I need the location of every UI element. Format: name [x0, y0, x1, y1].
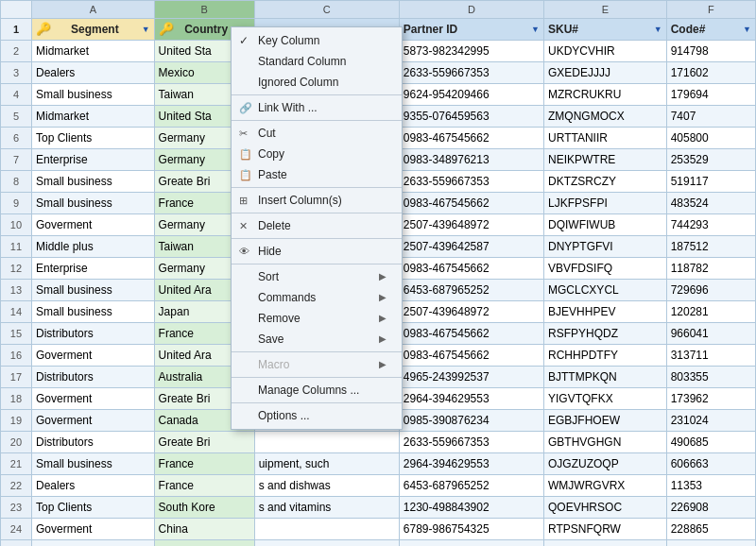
partner-id-cell: 9355-076459563 — [399, 106, 543, 128]
sku-cell: RTPSNFQRW — [544, 519, 667, 540]
menu-item-label: Ignored Column — [258, 76, 338, 89]
product-cell — [254, 432, 399, 453]
product-cell: s and vitamins — [254, 497, 399, 519]
row-number: 6 — [1, 128, 32, 149]
spreadsheet: A B C D E F 1 🔑 Segment ▼ — [0, 0, 756, 546]
code-cell: 483524 — [666, 193, 755, 214]
col-f-letter[interactable]: F — [666, 1, 755, 19]
table-row: 25 Distributors Italy s and vitamins 296… — [1, 540, 756, 547]
row-number: 25 — [1, 540, 32, 547]
submenu-arrow-icon: ▶ — [379, 333, 387, 346]
sku-cell: BJTTMPKQN — [544, 367, 667, 388]
sku-cell: YIGVTQFKX — [544, 388, 667, 410]
partner-id-header[interactable]: Partner ID ▼ — [399, 19, 543, 41]
submenu-arrow-icon: ▶ — [379, 312, 387, 325]
country-cell: Italy — [154, 540, 254, 547]
menu-item-sort[interactable]: Sort▶ — [232, 266, 402, 287]
segment-cell: Goverment — [31, 388, 154, 410]
col-c-letter[interactable]: C — [254, 1, 399, 19]
menu-item-copy[interactable]: 📋Copy — [232, 144, 402, 164]
table-row: 22 Dealers France s and dishwas 6453-687… — [1, 475, 756, 497]
col-d-letter[interactable]: D — [399, 1, 543, 19]
menu-item-label: Hide — [258, 245, 282, 258]
col-e-letter[interactable]: E — [544, 1, 667, 19]
filter-icon-a[interactable]: ▼ — [142, 20, 150, 39]
menu-item-ignored-column[interactable]: Ignored Column — [232, 72, 402, 93]
row-number: 8 — [1, 171, 32, 193]
menu-item-insert-columns[interactable]: ⊞Insert Column(s) — [232, 190, 402, 211]
code-header[interactable]: Code# ▼ — [666, 19, 755, 41]
menu-separator — [232, 377, 402, 378]
segment-cell: Small business — [31, 193, 154, 214]
segment-cell: Distributors — [31, 540, 154, 547]
partner-id-cell: 2964-394629553 — [399, 540, 543, 547]
menu-item-label: Macro — [258, 358, 289, 371]
row-number: 24 — [1, 519, 32, 540]
segment-header[interactable]: 🔑 Segment ▼ — [31, 19, 154, 41]
code-cell: 490685 — [666, 432, 755, 453]
row-number: 23 — [1, 497, 32, 519]
filter-icon-f[interactable]: ▼ — [743, 20, 751, 39]
menu-item-label: Sort — [258, 270, 279, 283]
row-number: 9 — [1, 193, 32, 214]
sku-cell: DQIWFIWUB — [544, 214, 667, 236]
segment-label: Segment — [71, 20, 119, 39]
menu-item-options[interactable]: Options ... — [232, 405, 402, 426]
partner-id-cell: 1230-498843902 — [399, 497, 543, 519]
partner-id-cell: 6453-687965252 — [399, 280, 543, 301]
sku-cell: MGCLCXYCL — [544, 280, 667, 301]
key-icon-a: 🔑 — [36, 20, 51, 39]
row-number: 4 — [1, 84, 32, 106]
row-number: 11 — [1, 236, 32, 258]
partner-id-cell: 2633-559667353 — [399, 62, 543, 84]
menu-item-standard-column[interactable]: Standard Column — [232, 51, 402, 72]
menu-item-link-with[interactable]: 🔗Link With ... — [232, 97, 402, 118]
row-number: 20 — [1, 432, 32, 453]
filter-icon-d[interactable]: ▼ — [531, 20, 540, 39]
sku-cell: ZMQNGMOCX — [544, 106, 667, 128]
code-cell: 729696 — [666, 280, 755, 301]
menu-item-remove[interactable]: Remove▶ — [232, 308, 402, 329]
col-b-letter[interactable]: B — [154, 1, 254, 19]
submenu-arrow-icon: ▶ — [379, 291, 387, 304]
menu-item-delete[interactable]: ✕Delete — [232, 215, 402, 236]
segment-cell: Top Clients — [31, 497, 154, 519]
menu-item-save[interactable]: Save▶ — [232, 329, 402, 350]
code-cell: 173962 — [666, 388, 755, 410]
table-row: 20 Distributors Greate Bri 2633-55966735… — [1, 432, 756, 453]
partner-id-cell: 0983-467545662 — [399, 323, 543, 345]
menu-item-commands[interactable]: Commands▶ — [232, 287, 402, 308]
filter-icon-e[interactable]: ▼ — [654, 20, 662, 39]
menu-separator — [232, 264, 402, 264]
code-cell: 187512 — [666, 236, 755, 258]
code-cell: 226908 — [666, 497, 755, 519]
sku-cell: RCHHPDTFY — [544, 345, 667, 367]
sku-header[interactable]: SKU# ▼ — [544, 19, 667, 41]
row-number: 18 — [1, 388, 32, 410]
menu-item-cut[interactable]: ✂Cut — [232, 123, 402, 144]
partner-id-cell: 0983-348976213 — [399, 149, 543, 171]
menu-item-hide[interactable]: 👁Hide — [232, 241, 402, 262]
menu-item-manage-columns[interactable]: Manage Columns ... — [232, 380, 402, 401]
code-cell: 11353 — [666, 475, 755, 497]
link-icon: 🔗 — [239, 101, 252, 114]
segment-cell: Goverment — [31, 345, 154, 367]
menu-separator — [232, 120, 402, 121]
menu-item-paste[interactable]: 📋Paste — [232, 164, 402, 185]
menu-item-label: Key Column — [258, 34, 319, 47]
code-cell: 313711 — [666, 345, 755, 367]
menu-item-key-column[interactable]: Key Column — [232, 30, 402, 51]
segment-cell: Midmarket — [31, 41, 154, 62]
segment-cell: Small business — [31, 280, 154, 301]
code-cell: 228865 — [666, 519, 755, 540]
sku-cell: BJEVHHPEV — [544, 301, 667, 323]
scissors-icon: ✂ — [239, 127, 248, 140]
code-cell: 171602 — [666, 62, 755, 84]
product-cell: s and dishwas — [254, 475, 399, 497]
code-cell: 120281 — [666, 301, 755, 323]
partner-id-cell: 0983-467545662 — [399, 193, 543, 214]
sku-cell: LJKFPSFPI — [544, 193, 667, 214]
sku-cell: RSFPYHQDZ — [544, 323, 667, 345]
row-number: 14 — [1, 301, 32, 323]
col-a-letter[interactable]: A — [31, 1, 154, 19]
